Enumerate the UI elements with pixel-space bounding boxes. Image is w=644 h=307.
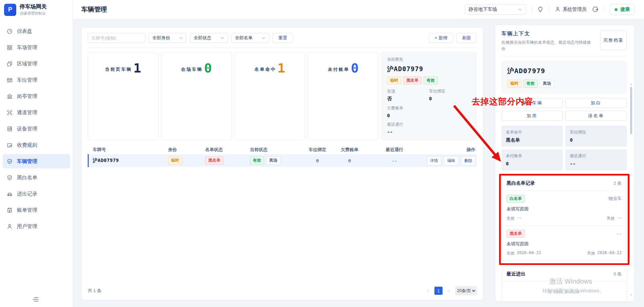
sidebar-item-fee-rules[interactable]: 收费规则: [3, 138, 70, 152]
user-icon: [7, 224, 13, 229]
filter-bar: 全部身份 全部状态 全部名单 重置 + 新增 刷新: [88, 33, 477, 43]
user-icon: [555, 6, 560, 13]
vehicle-shield-icon: [7, 159, 13, 164]
record-dates: 生效 2026-04-21 失效 2026-04-22: [507, 250, 622, 256]
next-page-button[interactable]: ›: [445, 288, 453, 294]
full-archive-button[interactable]: 完整档案: [600, 30, 627, 50]
divider: [88, 47, 477, 48]
stat-card-page-vehicles: 当前页车辆 1: [88, 52, 158, 140]
page-size-select[interactable]: 20条/页: [455, 286, 477, 295]
panel-plate: 沪AD07979: [507, 66, 621, 76]
edit-button[interactable]: 编辑: [444, 156, 458, 165]
table-header-row: 车牌号 身份 名单状态 当前状态 车位绑定 欠费账单 最近通行 操作: [88, 145, 477, 154]
sidebar-item-label: 进出记录: [17, 191, 37, 197]
car-icon: [7, 191, 13, 197]
logout-icon[interactable]: [592, 6, 599, 13]
refresh-button[interactable]: 刷新: [456, 33, 477, 43]
delete-button[interactable]: 删除: [461, 156, 475, 165]
plate-search-input[interactable]: [88, 33, 145, 43]
chevron-down-icon: [220, 37, 224, 39]
col-header-plate: 车牌号: [89, 147, 168, 153]
pagination-bar: 共 1 条 ‹ 1 › 20条/页: [88, 286, 477, 295]
collapse-sidebar-icon[interactable]: [33, 296, 39, 304]
lightbulb-icon[interactable]: [537, 6, 544, 13]
site-selector[interactable]: 静谷地下车场: [465, 4, 526, 15]
cell-current-status: 有效 离场: [250, 157, 301, 164]
reset-button[interactable]: 重置: [273, 33, 293, 43]
dashboard-icon: [7, 28, 13, 34]
sidebar-item-device[interactable]: 设备管理: [3, 122, 70, 136]
badge-blacklist: 黑名单: [507, 230, 525, 238]
app-title: 停车场网关: [20, 3, 47, 10]
focus-field-unpaid-bills: 欠费账单 0: [387, 105, 429, 118]
list-filter-select[interactable]: 全部名单: [231, 33, 269, 43]
page-title: 车辆管理: [81, 5, 107, 14]
panel-description: 右侧展示当前车辆的名单状态、最近动态与快捷操作: [501, 39, 592, 52]
booth-icon: [7, 94, 13, 99]
stat-value: 1: [133, 62, 141, 75]
sidebar-item-label: 黑白名单: [17, 175, 37, 181]
sidebar-item-zone[interactable]: 区域管理: [3, 57, 70, 71]
sidebar-item-access-records[interactable]: 进出记录: [3, 187, 70, 201]
focus-title: 当前聚焦: [387, 57, 471, 62]
sidebar-item-users[interactable]: 用户管理: [3, 219, 70, 233]
prev-page-button[interactable]: ‹: [424, 288, 432, 294]
stat-card-onsite-vehicles: 在场车辆 0: [161, 52, 232, 140]
sidebar-item-label: 岗亭管理: [17, 93, 37, 100]
current-user-name: 系统管理员: [563, 6, 586, 13]
fee-rule-icon: [7, 142, 13, 148]
status-filter-select[interactable]: 全部状态: [190, 33, 228, 43]
current-user[interactable]: 系统管理员: [555, 6, 586, 13]
sidebar-item-parking-lot[interactable]: 车场管理: [3, 40, 70, 55]
scroll-up-icon[interactable]: ▲: [630, 83, 632, 86]
sidebar-item-vehicles[interactable]: 车辆管理: [3, 154, 70, 168]
edit-vehicle-button[interactable]: 编辑车辆: [501, 98, 563, 108]
sidebar-item-label: 通道管理: [17, 109, 37, 116]
add-whitelist-button[interactable]: 加白: [565, 98, 627, 108]
col-header-identity: 身份: [168, 147, 205, 153]
col-header-spot-binding: 车位绑定: [301, 147, 334, 153]
sidebar-item-parking-spot[interactable]: 车位管理: [3, 73, 70, 87]
focus-grid-spacer: [429, 105, 471, 118]
sidebar-item-billing[interactable]: 账单管理: [3, 203, 70, 217]
sidebar-item-booth[interactable]: 岗亭管理: [3, 89, 70, 103]
sidebar: P 停车场网关 边缘管理控制台 仪表盘 车场管理 区域管理 车位管理 岗亭管理: [0, 0, 73, 307]
detail-button[interactable]: 详情: [427, 156, 441, 165]
page-number-button[interactable]: 1: [434, 287, 443, 295]
scrollbar-thumb[interactable]: [630, 87, 632, 134]
vehicle-list-card: 全部身份 全部状态 全部名单 重置 + 新增 刷新 当前页车辆 1 在场车辆 0: [81, 27, 483, 300]
cell-identity: 临时: [168, 157, 205, 164]
scroll-down-icon[interactable]: ▼: [630, 293, 632, 296]
brand: P 停车场网关 边缘管理控制台: [0, 0, 73, 19]
record-reason: 未填写原因: [507, 206, 622, 212]
col-header-actions: 操作: [423, 147, 477, 153]
sidebar-item-blackwhite-list[interactable]: 黑白名单: [3, 170, 70, 185]
add-blacklist-button[interactable]: 加黑: [501, 111, 563, 121]
health-dot-icon: [615, 8, 618, 11]
clear-list-button[interactable]: 清名单: [565, 111, 627, 121]
badge-whitelist: 白名单: [507, 195, 525, 203]
cell-actions: 详情 编辑 删除: [423, 156, 477, 165]
divider: [501, 56, 627, 57]
identity-filter-select[interactable]: 全部身份: [149, 33, 187, 43]
badge-valid: 有效: [424, 77, 438, 84]
zone-icon: [7, 61, 13, 67]
stat-label: 在场车辆: [181, 66, 203, 73]
cell-spot-binding: 0: [301, 158, 334, 163]
cell-list-status: 黑名单: [205, 157, 250, 164]
sidebar-item-label: 用户管理: [17, 223, 37, 230]
sidebar-item-label: 仪表盘: [17, 28, 32, 35]
sidebar-item-label: 区域管理: [17, 61, 37, 67]
sidebar-item-label: 车场管理: [17, 44, 37, 51]
focus-plate: 沪AD07979: [387, 65, 471, 74]
quick-actions: 编辑车辆 加白 加黑 清名单: [501, 98, 627, 121]
vehicle-context-panel: 车辆上下文 右侧展示当前车辆的名单状态、最近动态与快捷操作 完整档案 沪AD07…: [495, 25, 635, 302]
sidebar-item-dashboard[interactable]: 仪表盘: [3, 24, 70, 38]
sidebar-item-channel[interactable]: 通道管理: [3, 105, 70, 120]
add-vehicle-button[interactable]: + 新增: [429, 33, 453, 43]
record-tag: 物业车: [608, 196, 622, 202]
panel-scrollbar[interactable]: ▲ ▼: [630, 83, 632, 296]
blackwhite-records-card: 黑白名单记录 2 条 白名单 物业车 未填写原因 生效 -- 失效 -- 黑名单…: [501, 176, 627, 261]
table-row[interactable]: 沪AD07979 临时 黑名单 有效 离场 0 0 -- 详情 编辑 删除: [88, 154, 477, 167]
record-tag: --: [616, 231, 622, 236]
